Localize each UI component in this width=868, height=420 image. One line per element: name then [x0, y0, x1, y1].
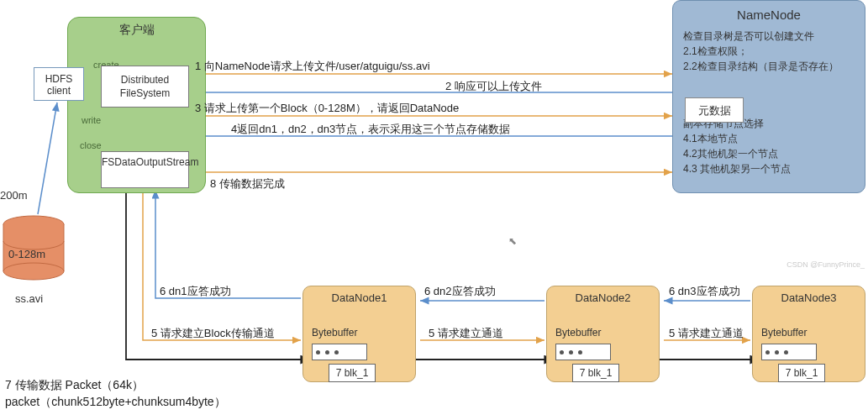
metadata-box: 元数据 — [685, 97, 744, 123]
svg-line-6 — [38, 102, 57, 214]
client-title: 客户端 — [68, 18, 205, 38]
step-5a: 5 请求建立Block传输通道 — [151, 326, 275, 341]
namenode-title: NameNode — [683, 8, 855, 22]
namenode-rep2: 4.2其他机架一个节点 — [683, 146, 855, 161]
namenode-box: NameNode 检查目录树是否可以创建文件 2.1检查权限； 2.2检查目录结… — [672, 0, 865, 193]
step-5b: 5 请求建立通道 — [429, 326, 503, 341]
watermark: CSDN @FunnyPrince_ — [786, 260, 865, 269]
namenode-rep3: 4.3 其他机架另一个节点 — [683, 161, 855, 176]
step-6a: 6 dn1应答成功 — [160, 284, 231, 299]
datanode1-title: DataNode1 — [308, 291, 410, 304]
metadata-label: 元数据 — [698, 104, 731, 117]
step-3: 3 请求上传第一个Block（0-128M），请返回DataNode — [195, 101, 459, 116]
step-2: 2 响应可以上传文件 — [445, 79, 542, 94]
hdfs-client-box: HDFS client — [34, 67, 84, 101]
cursor-icon: ⬉ — [508, 235, 517, 247]
datanode2-box: DataNode2 Bytebuffer 7 blk_1 — [546, 286, 660, 382]
datanode3-title: DataNode3 — [758, 291, 860, 304]
bytebuffer-2 — [555, 344, 611, 360]
blk-2: 7 blk_1 — [572, 364, 619, 382]
label-close: close — [80, 140, 102, 150]
distributed-fs-box: Distributed FileSystem — [101, 66, 189, 108]
step-6c: 6 dn3应答成功 — [669, 284, 740, 299]
step-6b: 6 dn2应答成功 — [424, 284, 496, 299]
fsdataoutputstream-box: FSDataOutputStream — [101, 151, 189, 188]
step-7b: packet（chunk512byte+chunksum4byte） — [5, 395, 226, 410]
svg-point-15 — [3, 263, 64, 280]
bytebuffer-1 — [312, 344, 367, 360]
step-1: 1 向NameNode请求上传文件/user/atguigu/ss.avi — [195, 59, 430, 74]
file-size-label: 200m — [0, 189, 28, 202]
file-name-label: ss.avi — [15, 292, 43, 305]
step-7: 7 传输数据 Packet（64k） — [5, 378, 144, 393]
hdfs-client-label: HDFS client — [45, 73, 73, 97]
bytebuffer-label-2: Bytebuffer — [555, 327, 601, 339]
datanode3-box: DataNode3 Bytebuffer 7 blk_1 — [752, 286, 865, 382]
datanode1-box: DataNode1 Bytebuffer 7 blk_1 — [302, 286, 416, 382]
datanode2-title: DataNode2 — [552, 291, 654, 304]
bytebuffer-label-1: Bytebuffer — [312, 327, 357, 339]
step-4: 4返回dn1，dn2，dn3节点，表示采用这三个节点存储数据 — [231, 122, 510, 137]
bytebuffer-3 — [761, 344, 817, 360]
namenode-rep1: 4.1本地节点 — [683, 131, 855, 146]
step-5c: 5 请求建立通道 — [669, 326, 744, 341]
namenode-check3: 2.2检查目录结构（目录是否存在） — [683, 59, 855, 74]
blk-3: 7 blk_1 — [778, 364, 825, 382]
distributed-fs-label: Distributed FileSystem — [120, 74, 170, 99]
label-write: write — [82, 115, 101, 125]
namenode-check1: 检查目录树是否可以创建文件 — [683, 29, 855, 44]
namenode-check2: 2.1检查权限； — [683, 44, 855, 59]
fsdataoutputstream-label: FSDataOutputStream — [102, 156, 198, 168]
blk-1: 7 blk_1 — [329, 364, 376, 382]
file-range-label: 0-128m — [8, 248, 45, 260]
step-8: 8 传输数据完成 — [210, 176, 285, 192]
bytebuffer-label-3: Bytebuffer — [761, 327, 807, 339]
